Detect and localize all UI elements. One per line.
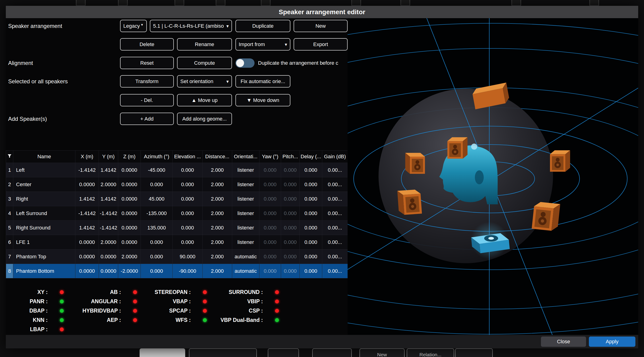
table-row[interactable]: 6 LFE 1 0.0000 2.0000 0.0000 0.000 0.000…: [6, 235, 348, 250]
cell-elevation[interactable]: 0.000: [173, 206, 203, 220]
cell-z[interactable]: -2.0000: [118, 264, 141, 278]
cell-orientation[interactable]: listener: [232, 163, 260, 177]
arrangement-format-dropdown[interactable]: Legacy ▼: [120, 20, 147, 32]
cell-gain[interactable]: 0.00...: [322, 163, 348, 177]
cell-azimuth[interactable]: 0.000: [141, 235, 173, 250]
compute-button[interactable]: Compute: [177, 57, 232, 69]
cell-y[interactable]: -1.4142: [99, 220, 118, 235]
cell-z[interactable]: 0.0000: [118, 192, 141, 206]
delete-speaker-button[interactable]: - Del.: [120, 94, 174, 106]
move-down-button[interactable]: ▼ Move down: [236, 94, 290, 106]
table-row-selected[interactable]: 8 Phantom Bottom 0.0000 0.0000 -2.0000 0…: [6, 264, 348, 278]
col-header-z[interactable]: Z (m): [118, 150, 141, 163]
cell-x[interactable]: -1.4142: [76, 163, 99, 177]
move-up-button[interactable]: ▲ Move up: [177, 94, 232, 106]
cell-row-number[interactable]: 3: [6, 192, 13, 206]
cell-orientation[interactable]: listener: [232, 192, 260, 206]
cell-y[interactable]: 0.0000: [99, 264, 118, 278]
col-header-name[interactable]: Name: [13, 150, 76, 163]
col-header-gain[interactable]: Gain (dB): [322, 150, 348, 163]
new-button[interactable]: New: [294, 20, 348, 32]
cell-orientation[interactable]: automatic: [232, 264, 260, 278]
cell-gain[interactable]: 0.00...: [322, 220, 348, 235]
cell-gain[interactable]: 0.00...: [322, 264, 348, 278]
background-button[interactable]: [312, 348, 352, 357]
cell-elevation[interactable]: 0.000: [173, 163, 203, 177]
cell-z[interactable]: 0.0000: [118, 177, 141, 192]
cell-row-number[interactable]: 7: [6, 250, 13, 264]
cell-x[interactable]: 1.4142: [76, 220, 99, 235]
cell-pitch[interactable]: 0.000: [281, 235, 300, 250]
cell-delay[interactable]: 0.000: [300, 235, 322, 250]
cell-z[interactable]: 0.0000: [118, 220, 141, 235]
cell-orientation[interactable]: listener: [232, 177, 260, 192]
export-button[interactable]: Export: [294, 38, 348, 50]
cell-row-number[interactable]: 2: [6, 177, 13, 192]
speaker-3d-left[interactable]: [405, 153, 425, 174]
cell-y[interactable]: 1.4142: [99, 192, 118, 206]
cell-z[interactable]: 0.0000: [118, 206, 141, 220]
speaker-3d-left-surround[interactable]: [398, 189, 422, 215]
cell-row-number[interactable]: 4: [6, 206, 13, 220]
cell-y[interactable]: -1.4142: [99, 206, 118, 220]
speaker-3d-right[interactable]: [550, 150, 570, 172]
cell-name[interactable]: Right: [13, 192, 76, 206]
table-row[interactable]: 4 Left Surround -1.4142 -1.4142 0.0000 -…: [6, 206, 348, 220]
cell-yaw[interactable]: 0.000: [260, 163, 281, 177]
cell-name[interactable]: LFE 1: [13, 235, 76, 250]
cell-x[interactable]: 1.4142: [76, 192, 99, 206]
apply-button[interactable]: Apply: [589, 336, 636, 347]
cell-x[interactable]: 0.0000: [76, 250, 99, 264]
add-speaker-button[interactable]: + Add: [120, 113, 174, 125]
add-along-geometry-button[interactable]: Add along geome...: [177, 113, 232, 125]
cell-row-number[interactable]: 8: [6, 264, 13, 278]
cell-name[interactable]: Center: [13, 177, 76, 192]
cell-yaw[interactable]: 0.000: [260, 264, 281, 278]
table-row[interactable]: 2 Center 0.0000 2.0000 0.0000 0.000 0.00…: [6, 177, 348, 192]
cell-distance[interactable]: 2.000: [203, 206, 232, 220]
cell-z[interactable]: 2.0000: [118, 250, 141, 264]
cell-name[interactable]: Left Surround: [13, 206, 76, 220]
rename-button[interactable]: Rename: [177, 38, 232, 50]
cell-pitch[interactable]: 0.000: [281, 264, 300, 278]
cell-yaw[interactable]: 0.000: [260, 250, 281, 264]
cell-pitch[interactable]: 0.000: [281, 250, 300, 264]
cell-yaw[interactable]: 0.000: [260, 220, 281, 235]
table-row[interactable]: 5 Right Surround 1.4142 -1.4142 0.0000 1…: [6, 220, 348, 235]
cell-gain[interactable]: 0.00...: [322, 177, 348, 192]
cell-elevation[interactable]: 0.000: [173, 177, 203, 192]
table-row[interactable]: 3 Right 1.4142 1.4142 0.0000 45.000 0.00…: [6, 192, 348, 206]
set-orientation-dropdown[interactable]: Set orientation ▾: [177, 75, 232, 88]
cell-row-number[interactable]: 6: [6, 235, 13, 250]
cell-y[interactable]: 2.0000: [99, 177, 118, 192]
cell-pitch[interactable]: 0.000: [281, 206, 300, 220]
3d-preview[interactable]: [348, 18, 638, 335]
cell-elevation[interactable]: 90.000: [173, 250, 203, 264]
background-button[interactable]: [455, 348, 493, 357]
cell-row-number[interactable]: 5: [6, 220, 13, 235]
cell-azimuth[interactable]: 135.000: [141, 220, 173, 235]
background-button-relation[interactable]: Relation...: [407, 348, 454, 357]
table-row[interactable]: 7 Phantom Top 0.0000 0.0000 2.0000 0.000…: [6, 250, 348, 264]
cell-y[interactable]: 1.4142: [99, 163, 118, 177]
cell-yaw[interactable]: 0.000: [260, 206, 281, 220]
col-header-orientation[interactable]: Orientati...: [232, 150, 260, 163]
cell-delay[interactable]: 0.000: [300, 206, 322, 220]
cell-pitch[interactable]: 0.000: [281, 163, 300, 177]
cell-y[interactable]: 0.0000: [99, 250, 118, 264]
col-header-distance[interactable]: Distance...: [203, 150, 232, 163]
cell-azimuth[interactable]: 0.000: [141, 264, 173, 278]
col-header-elevation[interactable]: Elevation ...: [173, 150, 203, 163]
cell-elevation[interactable]: 0.000: [173, 192, 203, 206]
col-header-x[interactable]: X (m): [76, 150, 99, 163]
cell-delay[interactable]: 0.000: [300, 163, 322, 177]
import-from-dropdown[interactable]: Import from ▾: [236, 38, 290, 50]
cell-distance[interactable]: 2.000: [203, 192, 232, 206]
cell-distance[interactable]: 2.000: [203, 264, 232, 278]
cell-yaw[interactable]: 0.000: [260, 192, 281, 206]
cell-orientation[interactable]: listener: [232, 206, 260, 220]
cell-gain[interactable]: 0.00...: [322, 206, 348, 220]
cell-azimuth[interactable]: -135.000: [141, 206, 173, 220]
cell-orientation[interactable]: automatic: [232, 250, 260, 264]
speaker-3d-center[interactable]: [448, 137, 468, 159]
